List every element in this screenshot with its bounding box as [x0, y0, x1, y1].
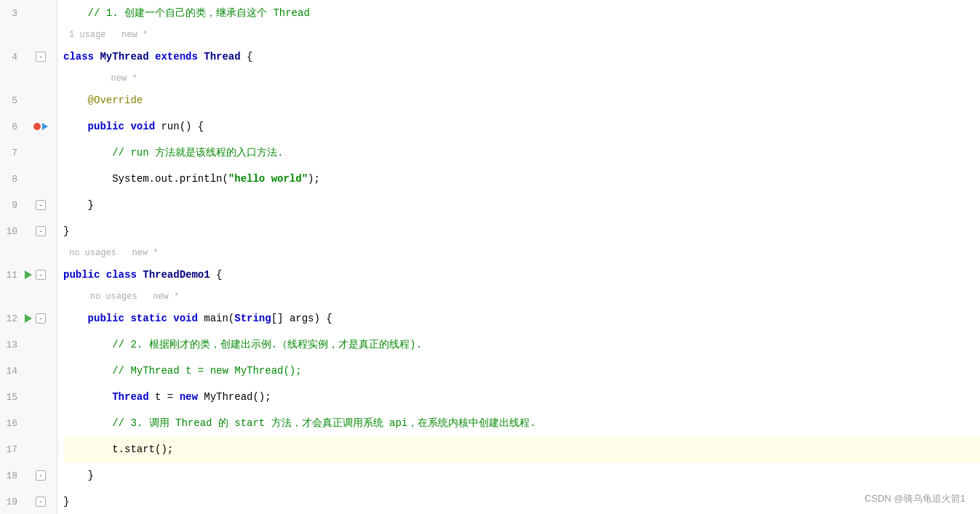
- fold-icon[interactable]: -: [33, 226, 48, 236]
- line-row: 18-: [0, 462, 57, 489]
- token-cls-name: Thread: [204, 51, 247, 63]
- code-line: }: [63, 489, 980, 514]
- line-row: 12-: [0, 305, 57, 332]
- token-cm: // 1. 创建一个自己的类，继承自这个 Thread: [63, 7, 310, 20]
- token-kw: String: [234, 313, 271, 324]
- line-row: 11-: [0, 262, 57, 288]
- token-plain: [] args) {: [271, 313, 332, 324]
- line-number: 12: [0, 313, 23, 324]
- code-line: @Override: [63, 87, 980, 113]
- line-number: 7: [0, 148, 23, 158]
- token-kw: class: [106, 269, 143, 281]
- token-plain: [63, 391, 112, 403]
- line-number: 16: [0, 418, 23, 429]
- token-kw: new: [180, 391, 204, 403]
- line-number: 11: [0, 270, 23, 281]
- line-number: 4: [0, 52, 23, 63]
- token-str: "hello world": [228, 173, 308, 185]
- token-kw: extends: [155, 51, 204, 63]
- token-plain: {: [216, 269, 222, 281]
- run-placeholder: [23, 392, 33, 402]
- token-kw: public: [88, 313, 131, 324]
- hint-line: 1 usage new *: [63, 26, 980, 44]
- line-row: 14: [0, 358, 57, 384]
- line-row: [0, 26, 57, 44]
- code-line: // MyThread t = new MyThread();: [63, 358, 980, 384]
- token-cls-name: ThreadDemo1: [143, 269, 216, 281]
- line-row: 3: [0, 0, 57, 26]
- line-row: [0, 244, 57, 262]
- token-cm: // MyThread t = new MyThread();: [63, 365, 302, 377]
- token-plain: System.out.println(: [63, 173, 228, 185]
- line-row: 8: [0, 166, 57, 192]
- hint-line: no usages new *: [63, 244, 980, 262]
- code-line: public static void main(String[] args) {: [63, 305, 980, 332]
- code-line: }: [63, 218, 980, 244]
- line-number: 15: [0, 392, 23, 403]
- line-number: 8: [0, 174, 23, 185]
- line-row: 6: [0, 113, 57, 140]
- line-row: 19-: [0, 489, 57, 514]
- token-plain: t.start();: [63, 443, 173, 455]
- token-cm: // run 方法就是该线程的入口方法.: [63, 146, 283, 159]
- run-placeholder: [23, 8, 33, 18]
- hint-line: new *: [63, 70, 980, 87]
- fold-icon[interactable]: -: [33, 200, 48, 210]
- run-placeholder: [23, 418, 33, 428]
- token-annotation: @Override: [63, 95, 143, 106]
- token-cm: // 2. 根据刚才的类，创建出示例.（线程实例，才是真正的线程).: [63, 338, 422, 351]
- line-number: 17: [0, 444, 23, 455]
- token-kw: public: [88, 121, 131, 132]
- run-placeholder: [23, 444, 33, 454]
- line-number: 5: [0, 95, 23, 106]
- run-placeholder: [23, 52, 33, 62]
- code-line: Thread t = new MyThread();: [63, 384, 980, 410]
- line-row: 16: [0, 410, 57, 436]
- code-line: // 1. 创建一个自己的类，继承自这个 Thread: [63, 0, 980, 26]
- run-placeholder: [23, 200, 33, 210]
- line-row: 17: [0, 436, 57, 462]
- line-number: 3: [0, 8, 23, 19]
- code-line: // 2. 根据刚才的类，创建出示例.（线程实例，才是真正的线程).: [63, 332, 980, 358]
- code-line: }: [63, 462, 980, 489]
- run-placeholder: [23, 340, 33, 350]
- fold-icon[interactable]: -: [33, 313, 48, 324]
- breakpoint-dot: [33, 123, 41, 130]
- token-plain: [63, 313, 88, 324]
- line-row: 4-: [0, 44, 57, 70]
- run-button-icon[interactable]: [23, 270, 33, 280]
- line-row: 13: [0, 332, 57, 358]
- code-line: t.start();: [63, 436, 980, 462]
- run-button-icon[interactable]: [23, 313, 33, 324]
- line-row: 7: [0, 140, 57, 166]
- run-placeholder: [23, 148, 33, 158]
- fold-icon[interactable]: -: [33, 52, 48, 62]
- line-number: 9: [0, 200, 23, 211]
- line-row: 15: [0, 384, 57, 410]
- run-placeholder: [23, 226, 33, 236]
- token-plain: }: [63, 470, 94, 481]
- fold-icon[interactable]: -: [33, 470, 48, 481]
- code-line: class MyThread extends Thread {: [63, 44, 980, 70]
- fold-icon[interactable]: -: [33, 270, 48, 280]
- token-kw: class: [63, 51, 100, 63]
- line-number: 13: [0, 340, 23, 350]
- run-placeholder: [23, 497, 33, 507]
- token-plain: main(: [204, 313, 234, 324]
- line-number: 18: [0, 470, 23, 481]
- code-line: System.out.println("hello world");: [63, 166, 980, 192]
- watermark: CSDN @骑乌龟追火箭1: [864, 492, 965, 505]
- line-gutter: 34-56789-10-11-12-131415161718-19-: [0, 0, 57, 514]
- code-line: public void run() {: [63, 113, 980, 140]
- line-number: 10: [0, 226, 23, 237]
- code-line: public class ThreadDemo1 {: [63, 262, 980, 288]
- fold-icon[interactable]: -: [33, 497, 48, 507]
- token-cm: // 3. 调用 Thread 的 start 方法，才会真正调用系统 api，…: [63, 417, 536, 430]
- line-row: 5: [0, 87, 57, 113]
- breakpoint-icon[interactable]: [33, 123, 48, 130]
- run-placeholder: [23, 95, 33, 105]
- line-row: 10-: [0, 218, 57, 244]
- code-line: }: [63, 192, 980, 218]
- token-plain: t =: [155, 391, 180, 403]
- code-line: // run 方法就是该线程的入口方法.: [63, 140, 980, 166]
